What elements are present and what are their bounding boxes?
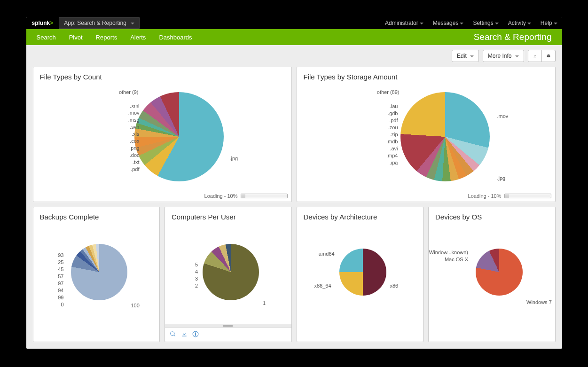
pie-label: .png	[121, 145, 140, 151]
panel-title: Devices by OS	[429, 207, 555, 223]
chevron-down-icon	[129, 20, 134, 26]
progress-bar	[504, 194, 551, 198]
panel-backups-complete: Backups Complete 100 0 99 94 97 57 45 25…	[33, 207, 160, 342]
panel-title: Computers Per User	[165, 207, 291, 223]
pie-label: .mdb	[379, 139, 398, 144]
pie-label: other (89)	[367, 89, 400, 95]
pie-chart[interactable]	[203, 244, 259, 300]
panel-handle[interactable]	[165, 324, 291, 328]
panel-computers-per-user: Computers Per User 1 2 3 4 5	[165, 207, 292, 342]
nav-reports[interactable]: Reports	[89, 34, 124, 41]
splunk-logo: splunk	[26, 20, 59, 26]
pie-label: .pdf	[379, 117, 398, 123]
pie-label: .lau	[379, 103, 398, 109]
panel-title: Devices by Architecture	[297, 207, 423, 223]
pie-label: Windows 7	[526, 299, 552, 305]
pie-label: Mac OS X	[430, 257, 468, 262]
app-selector[interactable]: App: Search & Reporting	[59, 17, 140, 29]
pie-label: 1	[263, 300, 266, 306]
app-title: Search & Reporting	[467, 32, 558, 42]
pie-label: .mov	[121, 110, 140, 116]
pie-label: 0	[52, 302, 64, 307]
pie-label: .gdb	[379, 110, 398, 116]
chevron-down-icon	[526, 20, 531, 26]
pie-label: Window...known)	[427, 250, 468, 255]
pie-label: .ipa	[379, 160, 398, 165]
pie-chart[interactable]	[339, 249, 386, 296]
download-icon	[533, 53, 537, 59]
pie-label: .zip	[379, 132, 398, 137]
pie-label: 3	[188, 276, 198, 281]
chevron-down-icon	[458, 20, 463, 26]
topbar: splunk App: Search & Reporting Administr…	[26, 17, 562, 29]
pie-chart[interactable]	[134, 92, 224, 181]
chevron-down-icon	[494, 20, 499, 26]
chevron-down-icon	[418, 20, 423, 26]
info-icon[interactable]	[192, 331, 199, 339]
more-info-button[interactable]: More Info	[483, 50, 524, 62]
pie-label: 5	[188, 262, 198, 267]
pie-label: x86_64	[306, 283, 331, 289]
app-selector-label: App: Search & Reporting	[64, 20, 126, 26]
loading-text: Loading - 10%	[204, 193, 238, 199]
app-nav: Search Pivot Reports Alerts Dashboards S…	[26, 29, 562, 45]
edit-button[interactable]: Edit	[452, 50, 479, 62]
progress-bar	[241, 194, 288, 198]
panel-devices-by-os: Devices by OS Windows 7 Mac OS X Window.…	[428, 207, 556, 342]
print-icon	[547, 53, 550, 59]
topbar-messages[interactable]: Messages	[428, 20, 469, 26]
panel-title: File Types by Storage Amount	[297, 67, 555, 83]
pie-chart[interactable]	[476, 249, 523, 296]
loading-text: Loading - 10%	[468, 193, 502, 199]
pie-label: .svn	[121, 124, 140, 130]
pie-label: .mov	[497, 113, 509, 119]
panel-title: File Types by Count	[33, 67, 291, 83]
pie-label: .cox	[121, 138, 140, 144]
pie-label: .doc	[121, 152, 140, 158]
panel-file-types-by-count: File Types by Count .jpg .pdf .txt .doc …	[33, 67, 292, 202]
pie-label: 97	[52, 281, 64, 286]
nav-pivot[interactable]: Pivot	[63, 34, 89, 41]
pie-label: 25	[52, 259, 64, 265]
topbar-settings[interactable]: Settings	[468, 20, 503, 26]
pie-label: 93	[52, 252, 64, 258]
pie-chart[interactable]	[400, 92, 490, 181]
pie-label: .xls	[121, 131, 140, 137]
chevron-down-icon	[514, 53, 519, 59]
panel-file-types-by-storage: File Types by Storage Amount .jpg .mov .…	[297, 67, 556, 202]
nav-search[interactable]: Search	[30, 34, 63, 41]
pie-label: .txt	[121, 159, 140, 165]
pie-label: .msg	[121, 117, 140, 123]
pie-label: amd64	[309, 251, 335, 257]
pie-label: .zou	[379, 125, 398, 130]
panel-devices-by-architecture: Devices by Architecture x86 amd64 x86_64	[297, 207, 424, 342]
download-button[interactable]	[528, 50, 542, 62]
pie-chart[interactable]	[71, 244, 127, 300]
pie-label: 2	[188, 283, 198, 289]
pie-label: 4	[188, 269, 198, 274]
pie-label: 100	[131, 303, 140, 308]
chevron-down-icon	[469, 53, 474, 59]
pie-label: 45	[52, 266, 64, 272]
pie-label: 94	[52, 288, 64, 293]
pie-label: 99	[52, 295, 64, 300]
panel-title: Backups Complete	[33, 207, 160, 223]
pie-label: .mp4	[379, 153, 398, 158]
panel-actions	[165, 328, 291, 342]
pie-label: .avi	[379, 146, 398, 151]
print-button[interactable]	[541, 50, 556, 62]
pie-label: other (9)	[110, 89, 139, 95]
download-icon[interactable]	[181, 331, 188, 339]
pie-label: .pdf	[121, 166, 140, 172]
pie-label: x86	[390, 283, 399, 289]
topbar-activity[interactable]: Activity	[503, 20, 536, 26]
pie-label: .jpg	[230, 156, 238, 161]
topbar-administrator[interactable]: Administrator	[380, 20, 428, 26]
nav-alerts[interactable]: Alerts	[124, 34, 152, 41]
pie-label: .jpg	[497, 175, 506, 181]
topbar-help[interactable]: Help	[536, 20, 562, 26]
pie-label: .xml	[121, 103, 140, 109]
search-icon[interactable]	[170, 331, 176, 339]
nav-dashboards[interactable]: Dashboards	[152, 34, 198, 41]
dashboard-toolbar: Edit More Info	[26, 45, 562, 67]
